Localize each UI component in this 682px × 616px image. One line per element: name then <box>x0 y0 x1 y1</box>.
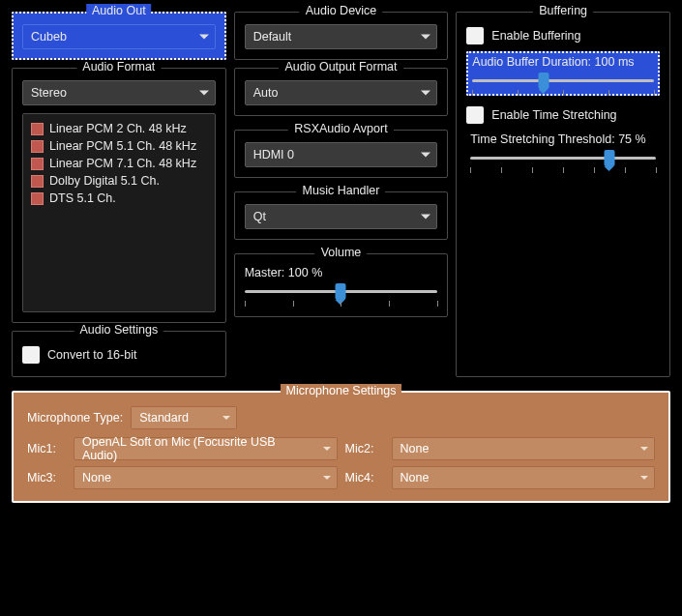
list-item[interactable]: Linear PCM 7.1 Ch. 48 kHz <box>31 155 207 172</box>
volume-legend: Volume <box>315 246 368 259</box>
color-swatch-icon <box>31 192 44 205</box>
chevron-down-icon <box>323 476 331 480</box>
chevron-down-icon <box>421 215 430 220</box>
audio-device-select[interactable]: Default <box>245 24 438 49</box>
chevron-down-icon <box>640 476 648 480</box>
color-swatch-icon <box>31 175 44 188</box>
audio-device-legend: Audio Device <box>300 4 383 17</box>
mic2-label: Mic2: <box>345 442 384 455</box>
enable-buffering-label: Enable Buffering <box>491 29 580 43</box>
mic1-select[interactable]: OpenAL Soft on Mic (Focusrite USB Audio) <box>74 437 338 460</box>
checkbox-icon <box>466 106 484 124</box>
audio-format-group: Audio Format Stereo Linear PCM 2 Ch. 48 … <box>12 68 226 323</box>
slider-thumb-icon <box>538 73 549 89</box>
microphone-settings-group: Microphone Settings Microphone Type: Sta… <box>12 391 670 503</box>
audio-settings-group: Audio Settings Convert to 16-bit <box>12 331 226 377</box>
chevron-down-icon <box>640 447 648 451</box>
volume-group: Volume Master: 100 % <box>234 253 449 317</box>
color-swatch-icon <box>31 158 44 170</box>
audio-format-legend: Audio Format <box>76 60 161 73</box>
slider-thumb-icon <box>336 283 346 300</box>
list-item[interactable]: Dolby Digital 5.1 Ch. <box>31 172 207 190</box>
list-item[interactable]: Linear PCM 2 Ch. 48 kHz <box>31 120 207 137</box>
music-handler-select[interactable]: Qt <box>245 204 438 229</box>
audio-device-group: Audio Device Default <box>234 12 449 60</box>
list-item[interactable]: Linear PCM 5.1 Ch. 48 kHz <box>31 137 207 155</box>
mic2-select[interactable]: None <box>392 437 656 460</box>
audio-output-format-group: Audio Output Format Auto <box>234 68 449 116</box>
chevron-down-icon <box>323 447 331 451</box>
enable-buffering-checkbox[interactable]: Enable Buffering <box>466 24 660 47</box>
audio-format-value: Stereo <box>31 86 67 100</box>
buffer-duration-focus: Audio Buffer Duration: 100 ms <box>466 51 660 96</box>
enable-time-stretch-checkbox[interactable]: Enable Time Stretching <box>466 103 660 127</box>
chevron-down-icon <box>199 91 209 96</box>
mic-type-label: Microphone Type: <box>27 411 123 425</box>
color-swatch-icon <box>31 140 44 153</box>
volume-label: Master: 100 % <box>245 266 438 279</box>
audio-out-legend: Audio Out <box>86 4 152 17</box>
chevron-down-icon <box>421 91 430 96</box>
audio-format-listbox[interactable]: Linear PCM 2 Ch. 48 kHz Linear PCM 5.1 C… <box>22 113 216 312</box>
audio-output-format-select[interactable]: Auto <box>245 80 438 105</box>
audio-format-select[interactable]: Stereo <box>22 80 216 105</box>
chevron-down-icon <box>222 416 230 420</box>
audio-out-value: Cubeb <box>31 30 67 44</box>
convert-16bit-label: Convert to 16-bit <box>47 348 136 362</box>
mic-type-select[interactable]: Standard <box>131 406 237 429</box>
rsx-avport-legend: RSXAudio Avport <box>288 122 393 135</box>
audio-settings-legend: Audio Settings <box>74 323 164 337</box>
chevron-down-icon <box>199 35 209 40</box>
buffer-duration-label: Audio Buffer Duration: 100 ms <box>472 55 654 69</box>
enable-time-stretch-label: Enable Time Stretching <box>491 108 616 122</box>
audio-out-group: Audio Out Cubeb <box>12 12 226 60</box>
ts-threshold-slider[interactable] <box>470 154 656 161</box>
slider-thumb-icon <box>605 150 615 166</box>
chevron-down-icon <box>421 153 430 158</box>
color-swatch-icon <box>31 123 44 135</box>
ts-threshold-label: Time Stretching Threshold: 75 % <box>470 132 656 146</box>
music-handler-legend: Music Handler <box>297 184 386 197</box>
buffer-duration-slider[interactable] <box>472 76 654 84</box>
audio-out-select[interactable]: Cubeb <box>22 24 216 49</box>
rsx-avport-select[interactable]: HDMI 0 <box>245 142 438 167</box>
rsx-avport-group: RSXAudio Avport HDMI 0 <box>234 130 449 178</box>
list-item[interactable]: DTS 5.1 Ch. <box>31 190 207 207</box>
buffering-legend: Buffering <box>533 4 593 17</box>
checkbox-icon <box>22 346 40 364</box>
mic4-label: Mic4: <box>345 471 384 484</box>
mic3-select[interactable]: None <box>74 466 338 489</box>
chevron-down-icon <box>421 35 430 40</box>
convert-16bit-checkbox[interactable]: Convert to 16-bit <box>22 343 216 367</box>
checkbox-icon <box>466 27 484 44</box>
audio-output-format-legend: Audio Output Format <box>279 60 402 73</box>
microphone-settings-legend: Microphone Settings <box>281 384 402 397</box>
mic1-label: Mic1: <box>27 442 66 455</box>
mic4-select[interactable]: None <box>392 466 656 489</box>
music-handler-group: Music Handler Qt <box>234 191 449 240</box>
audio-device-value: Default <box>253 30 292 44</box>
volume-slider[interactable] <box>245 287 438 295</box>
mic3-label: Mic3: <box>27 471 66 484</box>
